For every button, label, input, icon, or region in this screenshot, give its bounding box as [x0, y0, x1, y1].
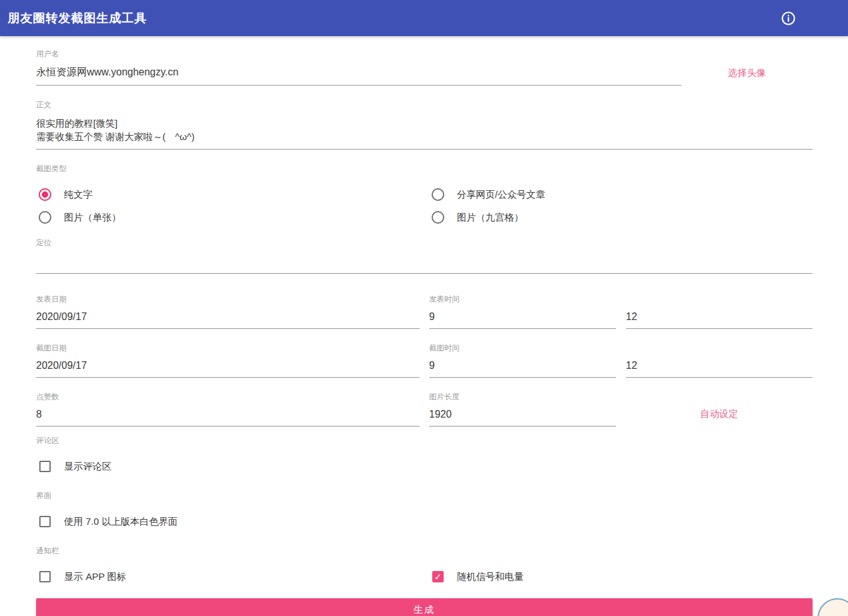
notification-label: 通知栏	[36, 546, 813, 556]
radio-plain-text[interactable]: 纯文字	[36, 183, 420, 206]
likes-field-group: 点赞数 8	[36, 392, 420, 427]
checkbox-label: 显示 APP 图标	[64, 571, 126, 583]
publish-date-input[interactable]: 2020/09/17	[36, 310, 420, 329]
username-row: 用户名 永恒资源网www.yonghengzy.cn 选择头像	[36, 49, 813, 86]
screenshot-type-section: 截图类型 纯文字 分享网页/公众号文章 图片（单张） 图片（九宫格）	[36, 164, 813, 229]
auto-set-link[interactable]: 自动设定	[700, 408, 738, 420]
publish-minute-input[interactable]: 12	[626, 310, 813, 329]
location-field-group: 定位	[36, 238, 813, 274]
radio-label: 图片（九宫格）	[457, 212, 524, 224]
checkbox-icon: ✓	[432, 571, 444, 582]
random-signal-checkbox[interactable]: ✓ 随机信号和电量	[429, 565, 813, 588]
avatar-link-cell: 选择头像	[681, 49, 813, 86]
generate-button[interactable]: 生成	[36, 598, 813, 616]
check-mark-icon: ✓	[434, 572, 442, 581]
publish-time-label: 发表时间	[429, 294, 813, 305]
show-app-icon-checkbox[interactable]: ✓ 显示 APP 图标	[36, 565, 420, 588]
checkbox-label: 随机信号和电量	[457, 571, 524, 583]
comments-section: 评论区 ✓ 显示评论区	[36, 435, 813, 478]
location-label: 定位	[36, 238, 813, 248]
white-ui-checkbox[interactable]: ✓ 使用 7.0 以上版本白色界面	[36, 510, 813, 533]
capture-date-field-group: 截图日期 2020/09/17	[36, 343, 420, 378]
body-text-label: 正文	[36, 99, 813, 110]
form-container: 用户名 永恒资源网www.yonghengzy.cn 选择头像 正文 很实用的教…	[0, 36, 848, 616]
body-text-input[interactable]: 很实用的教程[微笑] 需要收集五个赞 谢谢大家啦～( ^ω^)	[36, 115, 813, 150]
image-length-input[interactable]: 1920	[429, 407, 616, 427]
radio-share-webpage[interactable]: 分享网页/公众号文章	[429, 183, 813, 206]
radio-label: 分享网页/公众号文章	[457, 189, 545, 201]
publish-hour-input[interactable]: 9	[429, 310, 616, 329]
notification-section: 通知栏 ✓ 显示 APP 图标 ✓ 随机信号和电量	[36, 546, 813, 588]
notification-checkbox-row: ✓ 显示 APP 图标 ✓ 随机信号和电量	[36, 565, 813, 588]
username-field-group: 用户名 永恒资源网www.yonghengzy.cn	[36, 49, 681, 86]
publish-date-label: 发表日期	[36, 294, 420, 305]
interface-section: 界面 ✓ 使用 7.0 以上版本白色界面	[36, 491, 813, 533]
username-input[interactable]: 永恒资源网www.yonghengzy.cn	[36, 65, 681, 86]
image-length-field-group: 图片长度 1920 自动设定	[429, 392, 813, 427]
capture-minute-input[interactable]: 12	[626, 359, 813, 378]
checkbox-label: 显示评论区	[64, 461, 112, 473]
checkbox-icon: ✓	[39, 461, 51, 472]
publish-date-field-group: 发表日期 2020/09/17	[36, 294, 420, 329]
capture-date-label: 截图日期	[36, 343, 420, 354]
screenshot-type-label: 截图类型	[36, 164, 813, 174]
info-icon[interactable]	[781, 11, 796, 26]
likes-row: 点赞数 8 图片长度 1920 自动设定	[36, 392, 813, 427]
capture-row: 截图日期 2020/09/17 截图时间 9 12	[36, 343, 813, 378]
checkbox-icon: ✓	[39, 571, 51, 582]
image-length-label: 图片长度	[429, 392, 813, 402]
likes-input[interactable]: 8	[36, 407, 420, 427]
capture-time-label: 截图时间	[429, 343, 813, 354]
capture-time-inputs: 9 12	[429, 359, 813, 378]
likes-label: 点赞数	[36, 392, 420, 402]
radio-button-icon	[432, 211, 444, 224]
capture-hour-input[interactable]: 9	[429, 359, 616, 378]
publish-time-inputs: 9 12	[429, 310, 813, 329]
username-label: 用户名	[36, 49, 681, 60]
choose-avatar-link[interactable]: 选择头像	[728, 67, 766, 79]
publish-row: 发表日期 2020/09/17 发表时间 9 12	[36, 294, 813, 329]
radio-button-icon	[39, 211, 51, 224]
capture-date-input[interactable]: 2020/09/17	[36, 359, 420, 378]
radio-single-image[interactable]: 图片（单张）	[36, 206, 420, 229]
show-comments-checkbox[interactable]: ✓ 显示评论区	[36, 455, 813, 478]
checkbox-icon: ✓	[39, 516, 51, 527]
image-length-inputs: 1920 自动设定	[429, 407, 813, 427]
radio-label: 纯文字	[64, 189, 93, 201]
radio-button-icon	[39, 188, 51, 201]
app-header: 朋友圈转发截图生成工具	[0, 0, 848, 36]
location-input[interactable]	[36, 253, 813, 274]
capture-time-field-group: 截图时间 9 12	[429, 343, 813, 378]
screenshot-type-options: 纯文字 分享网页/公众号文章 图片（单张） 图片（九宫格）	[36, 183, 813, 229]
radio-button-icon	[432, 188, 444, 201]
comments-label: 评论区	[36, 435, 813, 446]
checkbox-label: 使用 7.0 以上版本白色界面	[64, 516, 177, 528]
publish-time-field-group: 发表时间 9 12	[429, 294, 813, 329]
page-title: 朋友圈转发截图生成工具	[8, 10, 147, 27]
auto-set-cell: 自动设定	[626, 407, 813, 427]
body-text-field-group: 正文 很实用的教程[微笑] 需要收集五个赞 谢谢大家啦～( ^ω^)	[36, 99, 813, 150]
radio-nine-grid[interactable]: 图片（九宫格）	[429, 206, 813, 229]
radio-label: 图片（单张）	[64, 212, 121, 224]
interface-label: 界面	[36, 491, 813, 501]
